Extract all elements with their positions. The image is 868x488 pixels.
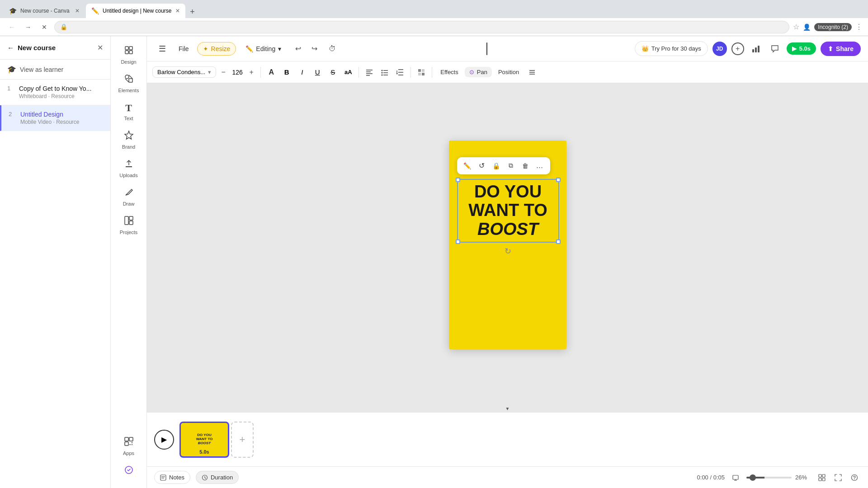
- add-collaborator-button[interactable]: +: [731, 42, 744, 55]
- font-size-decrease[interactable]: −: [218, 67, 229, 78]
- bold-button[interactable]: B: [280, 66, 293, 79]
- list-button[interactable]: [378, 66, 392, 79]
- canvas-scroll[interactable]: ✏️ ↺ 🔒 ⧉ 🗑 …: [147, 83, 868, 406]
- tool-draw[interactable]: Draw: [113, 183, 145, 210]
- tool-magic[interactable]: [113, 461, 145, 481]
- font-case-button[interactable]: aA: [341, 66, 355, 79]
- new-tab-button[interactable]: +: [186, 5, 199, 18]
- notes-button[interactable]: Notes: [154, 471, 190, 484]
- rotate-button[interactable]: ↺: [475, 159, 489, 173]
- handle-top-right[interactable]: [556, 178, 561, 182]
- timeline-clip-1[interactable]: DO YOUWANT TOBOOST 5.0s: [179, 422, 229, 458]
- learner-icon: 🎓: [7, 65, 16, 74]
- rotate-handle[interactable]: ↻: [457, 246, 559, 256]
- element-toolbar: ✏️ ↺ 🔒 ⧉ 🗑 …: [457, 157, 550, 174]
- effects-button[interactable]: Effects: [436, 67, 463, 77]
- position-button[interactable]: Position: [494, 67, 524, 77]
- tab-2[interactable]: ✏️ Untitled design | New course ✕: [86, 4, 185, 18]
- user-avatar[interactable]: JD: [712, 42, 727, 56]
- comment-button[interactable]: [768, 42, 782, 56]
- try-pro-button[interactable]: 👑 Try Pro for 30 days: [635, 41, 708, 56]
- add-clip-icon: +: [240, 434, 245, 446]
- address-input[interactable]: canva.com/folder/FAFVwcrQe_M/sequence/DA…: [71, 23, 783, 30]
- font-selector[interactable]: Barlow Condens... ▾: [152, 66, 216, 78]
- editing-button[interactable]: ✏️ Editing ▾: [240, 42, 287, 56]
- fullscreen-button[interactable]: [832, 471, 844, 484]
- tool-apps[interactable]: Apps: [113, 433, 145, 460]
- grid-view-button[interactable]: [816, 471, 828, 484]
- back-button[interactable]: ←: [5, 21, 18, 33]
- add-clip-button[interactable]: +: [231, 422, 254, 458]
- course-back-button[interactable]: ← New course: [7, 44, 56, 52]
- file-button[interactable]: File: [174, 42, 193, 55]
- text-line-1: DO YOU: [461, 183, 556, 202]
- delete-button[interactable]: 🗑: [519, 159, 532, 173]
- share-button[interactable]: ⬆ Share: [821, 42, 861, 56]
- share-label: Share: [836, 45, 854, 52]
- font-size-increase[interactable]: +: [246, 67, 257, 78]
- apps-icon: [124, 436, 134, 449]
- reload-button[interactable]: ✕: [38, 21, 51, 33]
- italic-button[interactable]: I: [295, 66, 309, 79]
- tool-brand[interactable]: Brand: [113, 127, 145, 153]
- handle-bottom-right[interactable]: [556, 239, 561, 244]
- undo-button[interactable]: ↩: [291, 42, 305, 56]
- course-close-button[interactable]: ✕: [97, 43, 103, 52]
- edit-text-button[interactable]: ✏️: [461, 159, 474, 173]
- strikethrough-button[interactable]: S: [326, 66, 340, 79]
- uploads-icon: [124, 159, 134, 171]
- resize-button[interactable]: ✦ Resize: [197, 42, 236, 56]
- device-view-button[interactable]: [729, 471, 742, 484]
- play-time-button[interactable]: ▶ 5.0s: [787, 42, 816, 55]
- handle-top-left[interactable]: [456, 178, 460, 182]
- tool-text[interactable]: T Text: [113, 99, 145, 125]
- tool-elements[interactable]: Elements: [113, 70, 145, 97]
- text-color-button[interactable]: A: [264, 66, 278, 79]
- timeline-play-button[interactable]: ▶: [154, 430, 174, 450]
- more-options-button[interactable]: [525, 66, 539, 79]
- tool-projects[interactable]: Projects: [113, 212, 145, 239]
- forward-button[interactable]: →: [22, 21, 34, 33]
- course-item-2[interactable]: 2 Untitled Design Mobile Video · Resourc…: [0, 105, 110, 131]
- redo-button[interactable]: ↪: [307, 42, 321, 56]
- tool-uploads[interactable]: Uploads: [113, 155, 145, 182]
- draw-icon: [124, 187, 134, 199]
- svg-rect-9: [125, 437, 128, 441]
- menu-dots-icon[interactable]: ⋮: [855, 23, 863, 31]
- timer-button[interactable]: ⏱: [325, 42, 340, 56]
- text-selection-box[interactable]: DO YOU WANT TO BOOST: [457, 179, 559, 243]
- canva-top-left: ☰ File ✦ Resize ✏️ Editing ▾ ↩ ↪ ⏱: [154, 41, 340, 57]
- design-canvas[interactable]: ✏️ ↺ 🔒 ⧉ 🗑 …: [449, 141, 566, 349]
- tool-design[interactable]: Design: [113, 42, 145, 68]
- svg-rect-16: [752, 49, 754, 52]
- line-spacing-button[interactable]: [393, 66, 407, 79]
- lock-button[interactable]: 🔒: [490, 159, 503, 173]
- text-element-wrapper[interactable]: ✏️ ↺ 🔒 ⧉ 🗑 …: [457, 179, 559, 256]
- tab-1-close[interactable]: ✕: [75, 8, 80, 14]
- more-element-options[interactable]: …: [533, 159, 547, 173]
- pan-button[interactable]: ⊙ Pan: [465, 67, 492, 77]
- text-align-button[interactable]: [363, 66, 376, 79]
- handle-bottom-left[interactable]: [456, 239, 460, 244]
- svg-point-4: [125, 75, 129, 79]
- hamburger-menu-button[interactable]: ☰: [154, 41, 170, 57]
- bookmark-icon[interactable]: ☆: [793, 23, 799, 31]
- underline-button[interactable]: U: [311, 66, 324, 79]
- zoom-slider[interactable]: [746, 477, 792, 479]
- share-icon: ⬆: [828, 45, 833, 52]
- pattern-button[interactable]: [415, 66, 428, 79]
- view-as-learner-button[interactable]: 🎓 View as learner: [0, 60, 110, 80]
- help-button[interactable]: [848, 471, 861, 484]
- profile-icon[interactable]: 👤: [803, 23, 811, 31]
- address-bar[interactable]: 🔒 canva.com/folder/FAFVwcrQe_M/sequence/…: [54, 21, 789, 33]
- svg-point-25: [382, 72, 383, 73]
- course-item-1[interactable]: 1 Copy of Get to Know Yo... Whiteboard ·…: [0, 80, 110, 105]
- duplicate-button[interactable]: ⧉: [504, 159, 518, 173]
- tab-2-close[interactable]: ✕: [175, 8, 180, 14]
- tab-1[interactable]: 🎓 New course - Canva ✕: [4, 4, 85, 18]
- status-left: Notes Duration: [154, 471, 239, 484]
- analytics-button[interactable]: [749, 42, 763, 56]
- effects-label: Effects: [440, 69, 458, 75]
- font-size-value[interactable]: 126: [231, 69, 244, 76]
- duration-button[interactable]: Duration: [196, 471, 239, 484]
